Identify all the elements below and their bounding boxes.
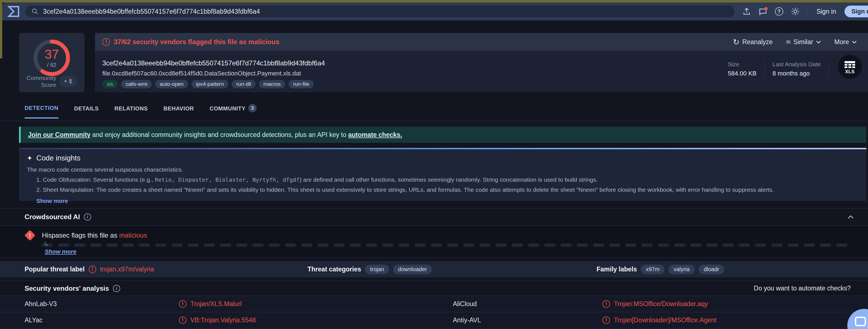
info-icon[interactable]: i xyxy=(84,213,91,220)
virustotal-logo-icon[interactable] xyxy=(7,5,20,18)
tag-auto-open[interactable]: auto-open xyxy=(155,80,188,88)
collapse-chevron-up-icon[interactable] xyxy=(847,215,854,219)
vendor-result: ! VB:Trojan.Valyria.5548 xyxy=(179,317,453,324)
code-insights-item-1: 1. Code Obfuscation: Several functions (… xyxy=(36,176,866,183)
search-value: 3cef2e4a0138eeebb94be0bffefcb55074157e6f… xyxy=(43,8,260,16)
detection-banner: ! 37/62 security vendors flagged this fi… xyxy=(95,33,868,51)
virustotal-page: 3cef2e4a0138eeebb94be0bffefcb55074157e6f… xyxy=(0,0,868,329)
code-insights-title: Code insights xyxy=(36,154,81,162)
chevron-down-icon xyxy=(816,40,821,43)
category-trojan[interactable]: trojan xyxy=(365,265,389,274)
inline-code: Retio, Diopaster, Biolaster, Nyrtyfh, df… xyxy=(155,176,300,183)
divider xyxy=(764,61,765,77)
banner-text: and enjoy additional community insights … xyxy=(91,131,348,139)
join-community-link[interactable]: Join our Community xyxy=(28,131,91,139)
code-insights-card: ✦ Code insights The macro code contains … xyxy=(19,148,866,201)
vendor-row: AhnLab-V3 ! Trojan/XLS.Malurl AliCloud !… xyxy=(0,296,868,312)
filetype-xls-icon: XLS xyxy=(838,55,862,79)
crowdsourced-ai-show-more[interactable]: Show more xyxy=(45,248,76,255)
similar-button[interactable]: ≈ Similar xyxy=(786,37,821,47)
size-value: 584.00 KB xyxy=(728,70,756,77)
warning-icon: ! xyxy=(102,38,110,46)
tag-run-file[interactable]: run-file xyxy=(288,80,314,88)
tab-community[interactable]: COMMUNITY 3 xyxy=(210,104,257,119)
warning-icon: ! xyxy=(179,300,186,308)
top-navbar: 3cef2e4a0138eeebb94be0bffefcb55074157e6f… xyxy=(2,2,868,21)
tab-detection[interactable]: DETECTION xyxy=(25,105,58,119)
malicious-diamond-icon: ! xyxy=(24,230,35,241)
tag-macros[interactable]: macros xyxy=(259,80,285,88)
size-label: Size xyxy=(728,61,756,68)
detection-score-card: 37 / 62 Community Score xyxy=(19,33,85,92)
popular-threat-label: Popular threat label xyxy=(25,266,85,273)
threat-label-band: Popular threat label ! trojan.x97m/valyr… xyxy=(0,261,868,277)
flagged-text: ! 37/62 security vendors flagged this fi… xyxy=(102,38,279,46)
vendor-result: ! Trojan:MSOffice/Downloader.aqy xyxy=(602,300,868,308)
tag-run-dll[interactable]: run-dll xyxy=(232,80,255,88)
file-hash[interactable]: 3cef2e4a0138eeebb94be0bffefcb55074157e6f… xyxy=(102,59,325,67)
score-donut: 37 / 62 xyxy=(31,37,73,79)
reanalyze-button[interactable]: ↻ Reanalyze xyxy=(733,37,773,47)
crowdsourced-ai-header: Crowdsourced AI i xyxy=(0,208,868,226)
tab-bar: DETECTION DETAILS RELATIONS BEHAVIOR COM… xyxy=(25,104,257,119)
threat-categories-label: Threat categories xyxy=(308,266,361,273)
verdict-malicious: malicious xyxy=(119,232,147,239)
theme-toggle-icon[interactable] xyxy=(790,7,800,16)
ai-verdict-text: Hispasec flags this file as malicious xyxy=(42,232,147,239)
automate-checks-link[interactable]: automate checks. xyxy=(348,131,402,139)
window-frame-left xyxy=(0,2,2,58)
category-downloader[interactable]: downloader xyxy=(393,265,432,274)
file-info-panel: 3cef2e4a0138eeebb94be0bffefcb55074157e6f… xyxy=(95,51,868,92)
crowdsourced-ai-body: ! Hispasec flags this file as malicious … xyxy=(0,226,868,258)
feedback-icon[interactable] xyxy=(758,7,768,16)
vendors-analysis-title: Security vendors' analysis xyxy=(25,285,109,292)
vendor-row: ALYac ! VB:Trojan.Valyria.5548 Antiy-AVL… xyxy=(0,312,868,328)
file-meta: Size 584.00 KB Last Analysis Date 8 mont… xyxy=(728,61,829,77)
tab-behavior[interactable]: BEHAVIOR xyxy=(163,106,194,118)
navbar-actions: ? Sign in Sign up xyxy=(735,6,861,17)
automate-checks-prompt[interactable]: Do you want to automate checks? xyxy=(754,285,851,292)
tag-xls[interactable]: xls xyxy=(102,80,118,88)
community-score-label: Community Score xyxy=(27,74,56,88)
community-vote-control[interactable] xyxy=(60,76,77,87)
info-icon[interactable]: i xyxy=(113,285,120,292)
divider xyxy=(735,7,735,16)
threat-label-value[interactable]: trojan.x97m/valyria xyxy=(100,266,154,273)
similar-icon: ≈ xyxy=(786,37,790,47)
code-insights-item-2: 2. Sheet Manipulation: The code creates … xyxy=(36,186,866,193)
family-x97m[interactable]: x97m xyxy=(641,265,664,274)
tab-relations[interactable]: RELATIONS xyxy=(114,106,148,118)
code-insights-intro: The macro code contains several suspicio… xyxy=(19,162,866,173)
file-tags: xls calls-wmi auto-open ipv4-pattern run… xyxy=(102,80,314,88)
vote-dot-icon xyxy=(65,80,66,82)
tab-details[interactable]: DETAILS xyxy=(74,106,99,118)
upload-icon[interactable] xyxy=(742,7,751,16)
search-input[interactable]: 3cef2e4a0138eeebb94be0bffefcb55074157e6f… xyxy=(25,6,735,17)
notification-dot xyxy=(764,7,768,10)
tag-ipv4-pattern[interactable]: ipv4-pattern xyxy=(191,80,228,88)
vendors-analysis-header: Security vendors' analysis i Do you want… xyxy=(0,281,868,296)
reanalyze-icon: ↻ xyxy=(733,37,739,47)
vendor-name: ALYac xyxy=(25,317,179,324)
help-icon[interactable]: ? xyxy=(774,7,784,16)
warning-icon: ! xyxy=(179,317,186,324)
warning-icon: ! xyxy=(602,300,610,308)
vendor-name: AhnLab-V3 xyxy=(25,300,179,308)
sign-in-button[interactable]: Sign in xyxy=(816,8,836,16)
crowdsourced-ai-title: Crowdsourced AI xyxy=(25,213,80,221)
join-community-banner: Join our Community and enjoy additional … xyxy=(19,127,866,143)
warning-icon: ! xyxy=(602,317,610,324)
sparkle-icon: ✦ xyxy=(27,154,32,162)
more-button[interactable]: More xyxy=(834,38,857,46)
code-insights-show-more[interactable]: Show more xyxy=(19,197,68,204)
family-valyria[interactable]: valyria xyxy=(669,265,695,274)
vendor-name: AliCloud xyxy=(453,300,602,308)
tag-calls-wmi[interactable]: calls-wmi xyxy=(121,80,152,88)
warning-icon: ! xyxy=(89,266,96,273)
last-analysis-value: 8 months ago xyxy=(772,70,821,77)
family-dloadr[interactable]: dloadr xyxy=(699,265,724,274)
community-count-badge: 3 xyxy=(248,104,257,112)
blurred-ai-text xyxy=(42,244,847,246)
last-analysis-label: Last Analysis Date xyxy=(772,61,821,68)
sign-up-button[interactable]: Sign up xyxy=(844,6,868,17)
